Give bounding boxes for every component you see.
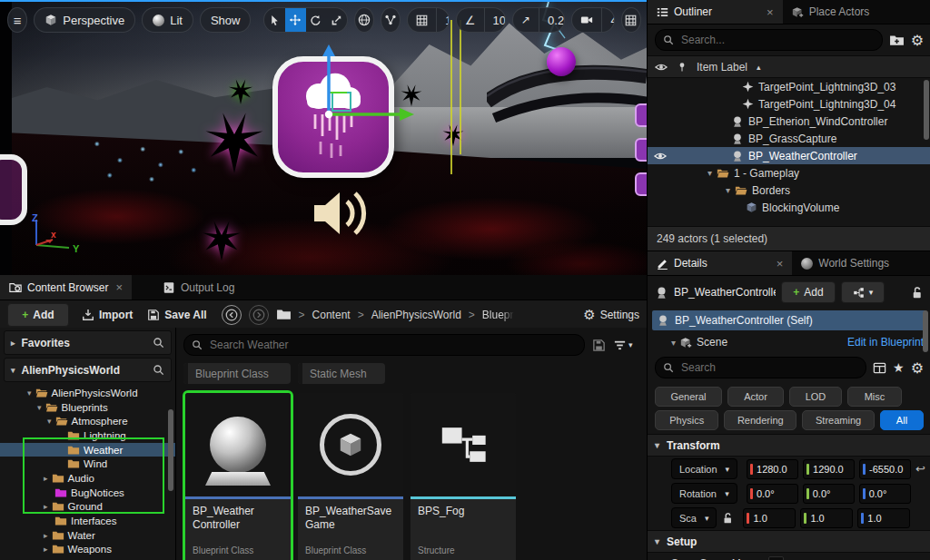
world-local-toggle[interactable] [354,7,374,33]
perspective-dropdown[interactable]: Perspective [34,7,135,33]
asset-tile-bp-weathersavegame[interactable]: BP_WeatherSave Game Blueprint Class [298,393,403,560]
content-settings-button[interactable]: ⚙ Settings [583,307,639,323]
chevron-down-icon[interactable]: ▾ [27,388,32,398]
expand-arrow-icon[interactable]: ▾ [671,338,676,348]
tree-row[interactable]: BugNotices [0,486,175,500]
rotation-y-field[interactable]: 0.0° [803,484,855,504]
tab-outliner[interactable]: Outliner × [648,0,783,24]
breadcrumb-content[interactable]: Content [312,309,351,321]
chevron-right-icon[interactable]: ▸ [44,502,48,511]
outliner-row[interactable]: ▾ Borders [648,182,930,199]
tab-details[interactable]: Details × [648,251,792,275]
scale-x-field[interactable]: 1.0 [743,508,796,528]
tree-row[interactable]: ▾ Atmosphere [0,414,175,428]
scale-snap-toggle[interactable]: ↗ [513,8,539,32]
filter-dropdown-button[interactable]: ▾ [613,339,633,352]
create-folder-icon[interactable] [889,33,905,48]
grid-snap-value[interactable]: 1 [436,8,450,32]
outliner-search-field[interactable] [679,33,875,47]
location-y-field[interactable]: 1290.0 [803,459,855,479]
show-dropdown[interactable]: Show [200,7,252,33]
favorites-header[interactable]: ▸ Favorites [4,330,172,355]
import-button[interactable]: Import [82,309,133,321]
outliner-row[interactable]: BlockingVolume [648,199,930,216]
asset-search-input[interactable] [183,334,585,356]
asset-search-field[interactable] [208,338,577,352]
back-button[interactable] [222,305,242,325]
outliner-search-input[interactable] [655,29,883,51]
favorites-star-icon[interactable]: ★ [893,360,905,375]
tree-row[interactable]: Lightning [0,428,175,443]
path-header[interactable]: ▾ AlienPhysicsWorld [4,358,172,382]
save-search-icon[interactable] [592,339,606,352]
tree-row[interactable]: Interfaces [0,514,175,528]
grid-snap-toggle[interactable] [408,8,436,32]
breadcrumb-alienphysicsworld[interactable]: AlienPhysicsWorld [371,309,461,321]
filter-actor[interactable]: Actor [727,387,784,407]
reset-location-icon[interactable]: ↩ [915,462,925,476]
save-all-button[interactable]: Save All [147,309,206,321]
eye-icon[interactable] [654,150,667,162]
asset-tile-bp-weathercontroller[interactable]: BP_Weather Controller Blueprint Class [185,393,291,560]
lit-dropdown[interactable]: Lit [142,7,193,33]
item-label-header[interactable]: Item Label [697,61,747,74]
details-search-input[interactable] [655,357,866,378]
filter-physics[interactable]: Physics [655,410,718,430]
outliner-row[interactable]: BP_GrassCapture [648,130,930,147]
expand-arrow-icon[interactable]: ▾ [726,185,730,195]
tab-world-settings[interactable]: World Settings [792,251,898,275]
setup-section-header[interactable]: ▾ Setup [648,530,930,553]
location-z-field[interactable]: -6550.0 [859,459,911,479]
details-search-field[interactable] [679,360,858,375]
tab-output-log[interactable]: Output Log [153,275,243,300]
tree-row[interactable]: ▸ Ground [0,500,175,515]
tree-row-selected[interactable]: Weather [0,443,175,457]
add-component-button[interactable]: + Add [781,281,836,303]
close-tab-icon[interactable]: × [115,280,123,294]
close-tab-icon[interactable]: × [777,257,784,270]
rotation-x-field[interactable]: 0.0° [747,484,798,504]
path-folder-icon[interactable] [276,307,292,322]
display-options-icon[interactable] [873,361,886,375]
camera-speed-toggle[interactable] [572,8,601,32]
surface-snap-button[interactable] [381,7,401,33]
outliner-row[interactable]: BP_Etherion_WindController [648,113,930,130]
lock-open-icon[interactable] [910,286,924,300]
outliner-row-selected[interactable]: BP_WeatherController [648,147,930,164]
tree-scrollbar[interactable] [168,409,173,491]
add-asset-button[interactable]: + Add [7,303,69,327]
edit-in-blueprint-link[interactable]: Edit in Blueprint [847,336,924,349]
filter-rendering[interactable]: Rendering [724,410,796,430]
chevron-down-icon[interactable]: ▾ [47,417,52,426]
location-x-field[interactable]: 1280.0 [747,459,798,479]
asset-tile-bps-fog[interactable]: BPS_Fog Structure [411,393,516,560]
outliner-row[interactable]: ▾ 1 - Gameplay [648,164,930,182]
rotation-dropdown[interactable]: Rotation ▾ [671,483,737,504]
scale-y-field[interactable]: 1.0 [800,508,853,528]
filter-chip-blueprint-class[interactable]: Blueprint Class [183,363,291,384]
chevron-right-icon[interactable]: ▸ [44,474,48,483]
tree-row[interactable]: ▸ Weapons [0,543,175,557]
viewport-panel[interactable]: Z x Y ≡ Perspective Lit Show [0,0,647,275]
viewport-layout-button[interactable] [621,7,641,33]
component-row-self-selected[interactable]: BP_WeatherController (Self) [652,310,926,330]
select-tool-button[interactable] [264,8,285,32]
component-row-scene[interactable]: ▾ Scene Edit in Blueprint [648,332,930,352]
filter-misc[interactable]: Misc [847,387,902,407]
outliner-settings-gear-icon[interactable]: ⚙ [911,32,924,49]
component-view-dropdown[interactable]: ▾ [841,281,885,303]
tab-place-actors[interactable]: Place Actors [783,0,879,24]
tree-row[interactable]: ▾ AlienPhysicsWorld [0,386,175,400]
details-settings-gear-icon[interactable]: ⚙ [911,359,924,377]
tree-row[interactable]: ▾ Blueprints [0,400,175,415]
rotation-snap-toggle[interactable]: ∠ [457,8,484,32]
filter-all[interactable]: All [880,410,924,430]
viewport-menu-button[interactable]: ≡ [7,7,27,33]
move-tool-button[interactable] [285,8,306,32]
outliner-row[interactable]: TargetPoint_Lightning3D_03 [648,78,930,95]
outliner-scrollbar[interactable] [924,80,929,140]
scale-tool-button[interactable] [326,8,347,32]
transform-section-header[interactable]: ▾ Transform [648,434,930,457]
filter-streaming[interactable]: Streaming [802,410,875,430]
forward-button[interactable] [249,305,269,325]
